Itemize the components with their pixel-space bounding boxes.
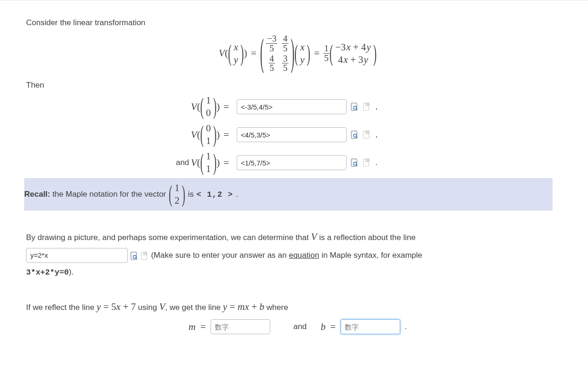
answer-row-v01: V( ( 01 ) ) = , [26,122,569,147]
recall-code: < 1,2 > [197,190,233,199]
recall-label: Recall: [24,190,50,199]
mb-input-line: m= and b = . [26,318,569,336]
svg-rect-14 [366,159,369,162]
answer-row-v11: and V( ( 11 ) ) = . [26,150,569,175]
line-equation-input[interactable] [26,248,128,263]
preview-icon[interactable] [350,130,359,139]
preview-icon[interactable] [350,158,359,167]
page-body: Consider the linear transformation V( ( … [0,0,588,370]
help-icon[interactable] [362,158,371,167]
punct: . [376,158,378,167]
b-input[interactable] [341,319,400,334]
svg-rect-19 [144,252,147,255]
intro-text: Consider the linear transformation [26,17,569,29]
question-content: Consider the linear transformation V( ( … [26,17,569,336]
svg-rect-4 [366,103,369,106]
recall-banner: Recall: the Maple notation for the vecto… [24,178,553,211]
reflection-paragraph: By drawing a picture, and perhaps some e… [26,227,569,281]
punct: , [376,130,378,139]
preview-icon[interactable] [130,251,138,261]
answer-input-v11[interactable] [237,155,347,170]
then-text: Then [26,80,569,91]
preview-icon[interactable] [350,102,359,111]
answer-input-v01[interactable] [237,127,347,142]
answer-input-v10[interactable] [237,99,347,114]
answer-row-v10: V( ( 10 ) ) = , [26,94,569,119]
help-icon[interactable] [362,130,371,139]
svg-rect-9 [366,131,369,134]
help-icon[interactable] [140,251,149,261]
transformation-definition: V( ( xy ) ) = ( −35 45 45 35 ) [26,34,569,74]
punct: , [376,102,378,111]
m-input[interactable] [211,319,270,334]
help-icon[interactable] [362,102,371,111]
reflect-result-paragraph: If we reflect the line y = 5x + 7 using … [26,300,569,314]
